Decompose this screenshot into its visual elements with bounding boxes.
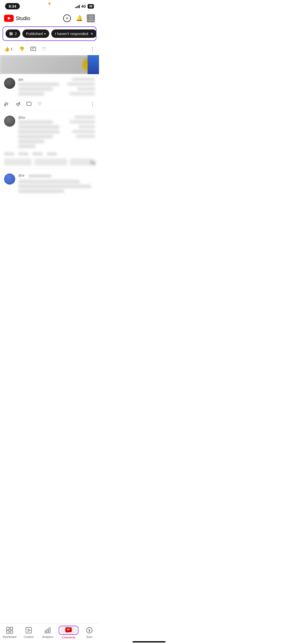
- filter-bar: 2 Published ▾ I haven't responded ✕ Se: [3, 26, 96, 41]
- battery-icon: 49: [88, 4, 94, 9]
- app-header: Studio + 🔔 Long Live Cinema.: [0, 11, 99, 25]
- like-count-1: 1: [11, 47, 13, 51]
- svg-rect-8: [31, 47, 36, 51]
- account-avatar[interactable]: Long Live Cinema.: [87, 14, 95, 22]
- thumbs-up-icon-2: [4, 102, 9, 107]
- filter-count-chip[interactable]: 2: [6, 29, 20, 38]
- svg-point-5: [10, 32, 11, 33]
- heart-icon-2: ♡: [38, 101, 42, 107]
- dislike-button-1[interactable]: 👎: [19, 46, 24, 52]
- avatar-2: [4, 116, 15, 127]
- heart-button-2[interactable]: ♡: [38, 101, 42, 107]
- status-bar: 9:34 4G 49: [0, 0, 99, 11]
- comment-item-1: @k: [0, 74, 99, 99]
- comment-2-meta-row: [0, 151, 99, 156]
- responded-filter-chip[interactable]: I haven't responded ✕: [51, 29, 96, 38]
- comment-text-2: [18, 120, 61, 148]
- avatar-3: [4, 173, 15, 185]
- close-icon[interactable]: ✕: [90, 32, 93, 36]
- svg-point-7: [10, 34, 11, 35]
- like-button-2[interactable]: [4, 102, 9, 107]
- reply-button-1[interactable]: [30, 47, 36, 51]
- youtube-logo-icon: [4, 15, 14, 22]
- thumbs-down-icon-2: [15, 102, 20, 107]
- comment-reaction-row-2: ♡ ⋮: [0, 99, 99, 110]
- comment-body-2: @bo: [18, 116, 61, 149]
- heart-icon: ♡: [42, 46, 46, 52]
- chevron-down-icon: ▾: [44, 32, 46, 36]
- comment-text-3: [18, 180, 95, 193]
- like-button-1[interactable]: 👍 1: [4, 46, 13, 52]
- heart-button-1[interactable]: ♡: [42, 46, 46, 52]
- comments-section: 👍 1 👎 ♡ ⋮ @k: [0, 43, 99, 221]
- comment-username-1: @k: [18, 78, 61, 82]
- bell-icon: 🔔: [76, 15, 83, 22]
- thumbnail-blur-bg: [0, 55, 99, 74]
- comment-side-1: [64, 78, 95, 97]
- filter-count-label: 2: [15, 31, 17, 36]
- comment-reaction-row-1: 👍 1 👎 ♡ ⋮: [0, 43, 99, 55]
- avatar-1: [4, 78, 15, 89]
- reply-icon: [30, 47, 36, 51]
- svg-rect-11: [27, 102, 31, 105]
- comment-side-2: [64, 116, 95, 149]
- filter-sliders-icon: [9, 32, 13, 36]
- plus-icon: +: [63, 14, 71, 22]
- published-label: Published: [26, 31, 43, 36]
- signal-bars-icon: [75, 5, 80, 8]
- comment-item-3: @ar: [0, 170, 99, 196]
- comment-username-2: @bo: [18, 116, 61, 119]
- orange-dot: [48, 3, 51, 5]
- thumbs-down-icon: 👎: [19, 46, 24, 52]
- video-thumbnail-1: [0, 55, 99, 74]
- comment-item-2: @bo: [0, 112, 99, 151]
- thumbnail-sidebar: [88, 55, 99, 74]
- published-filter-chip[interactable]: Published ▾: [22, 29, 49, 38]
- comment-body-3: @ar: [18, 173, 95, 194]
- divider-1: [4, 111, 95, 111]
- header-actions: + 🔔 Long Live Cinema.: [62, 14, 95, 23]
- more-options-button-1[interactable]: ⋮: [90, 46, 95, 52]
- more-options-button-2[interactable]: ⋮: [90, 101, 95, 107]
- reply-button-2[interactable]: [26, 102, 31, 106]
- header-logo: Studio: [4, 15, 30, 22]
- create-button[interactable]: +: [62, 14, 72, 23]
- comment-username-3: @ar: [18, 173, 25, 177]
- notifications-button[interactable]: 🔔: [75, 14, 84, 23]
- thumbs-up-icon: 👍: [4, 46, 10, 52]
- studio-label: Studio: [16, 15, 30, 21]
- status-time: 9:34: [5, 3, 20, 9]
- responded-label: I haven't responded: [55, 31, 88, 36]
- divider-2: [4, 169, 95, 169]
- comment-3-meta: [29, 174, 52, 178]
- comment-text-1: [18, 83, 61, 96]
- dislike-button-2[interactable]: [15, 102, 20, 107]
- comment-body-1: @k: [18, 78, 61, 97]
- reply-icon-2: [26, 102, 31, 106]
- fy-partial-text: f y: [91, 160, 95, 166]
- network-label: 4G: [81, 4, 86, 8]
- comment-2-tags-row: f y: [0, 156, 99, 168]
- status-right: 4G 49: [75, 4, 94, 9]
